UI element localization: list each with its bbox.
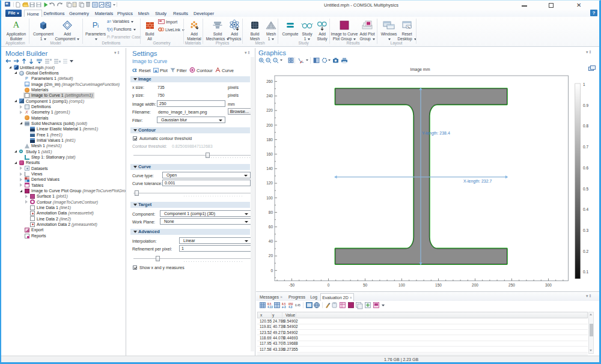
svg-text:220: 220 bbox=[266, 108, 273, 112]
svg-text:0.8: 0.8 bbox=[583, 124, 588, 128]
svg-text:Y-length: 238.4: Y-length: 238.4 bbox=[422, 131, 450, 136]
svg-text:140: 140 bbox=[266, 166, 273, 171]
svg-text:100: 100 bbox=[266, 196, 273, 200]
svg-text:4.13: 4.13 bbox=[267, 306, 273, 309]
svg-text:200: 200 bbox=[472, 283, 478, 287]
svg-text:200: 200 bbox=[266, 123, 273, 127]
svg-text:80: 80 bbox=[269, 210, 273, 214]
svg-text:120: 120 bbox=[266, 181, 273, 185]
svg-text:0.4: 0.4 bbox=[583, 207, 588, 211]
svg-text:160: 160 bbox=[266, 152, 273, 156]
svg-text:0.1: 0.1 bbox=[583, 270, 588, 274]
svg-text:260: 260 bbox=[266, 79, 273, 83]
svg-text:0.3: 0.3 bbox=[583, 228, 588, 232]
svg-text:0.45: 0.45 bbox=[295, 304, 300, 307]
svg-text:-50: -50 bbox=[289, 283, 295, 287]
svg-text:e-3: e-3 bbox=[282, 306, 286, 309]
svg-text:X-length: 232.7: X-length: 232.7 bbox=[463, 179, 492, 184]
svg-text:100: 100 bbox=[398, 283, 405, 287]
svg-text:4.3: 4.3 bbox=[288, 306, 293, 309]
svg-text:300: 300 bbox=[545, 283, 552, 287]
svg-text:40: 40 bbox=[269, 239, 273, 243]
svg-text:240: 240 bbox=[266, 94, 273, 98]
svg-text:0.9: 0.9 bbox=[583, 103, 588, 108]
svg-text:50: 50 bbox=[363, 283, 368, 287]
svg-text:0: 0 bbox=[328, 283, 330, 287]
svg-text:1: 1 bbox=[583, 82, 585, 86]
svg-text:250: 250 bbox=[508, 283, 515, 287]
svg-text:20: 20 bbox=[269, 253, 273, 258]
svg-text:0.5: 0.5 bbox=[583, 187, 588, 191]
svg-text:0: 0 bbox=[270, 268, 273, 273]
svg-text:60: 60 bbox=[269, 225, 273, 229]
svg-text:180: 180 bbox=[266, 138, 273, 142]
svg-text:0.2: 0.2 bbox=[583, 249, 588, 253]
svg-text:Image mm: Image mm bbox=[410, 67, 430, 72]
svg-text:150: 150 bbox=[435, 283, 442, 287]
svg-text:0.7: 0.7 bbox=[583, 145, 588, 149]
svg-text:0.6: 0.6 bbox=[583, 166, 588, 170]
